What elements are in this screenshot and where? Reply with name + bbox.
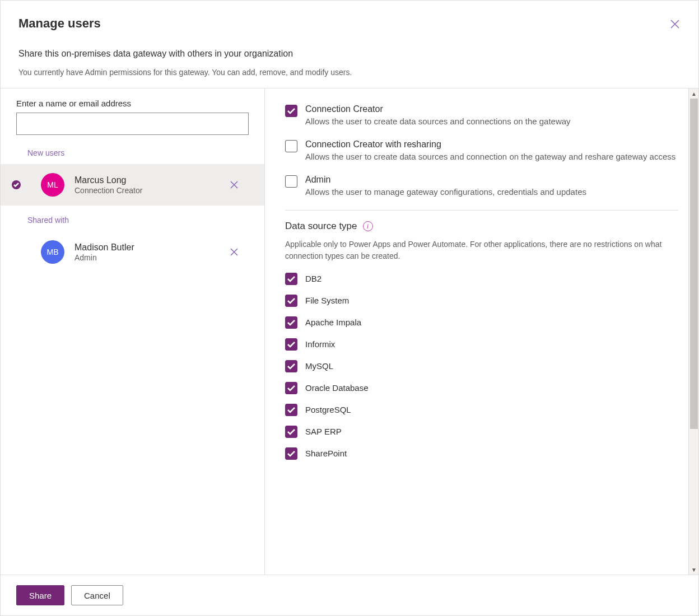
data-source-checkbox[interactable] [285,360,297,372]
selected-check-icon [12,180,21,189]
permission-admin: Admin Allows the user to manage gateway … [285,175,678,198]
permission-title: Connection Creator with resharing [305,139,678,150]
permission-title: Connection Creator [305,104,678,114]
dialog-title: Manage users [18,16,681,31]
user-info: Marcus Long Connection Creator [74,175,226,195]
permissions-pane: Connection Creator Allows the user to cr… [265,88,698,575]
data-source-label: SharePoint [305,449,347,458]
close-button[interactable] [666,15,684,33]
dialog-subnote: You currently have Admin permissions for… [18,68,681,77]
new-users-heading: New users [1,138,264,164]
user-role: Connection Creator [74,186,226,195]
data-source-label: File System [305,296,349,305]
data-source-label: SAP ERP [305,427,342,436]
avatar: MB [41,240,64,264]
info-icon[interactable]: i [363,221,373,231]
close-icon [230,248,239,256]
dialog-header: Manage users Share this on-premises data… [1,1,698,88]
data-source-checkbox[interactable] [285,338,297,351]
permission-connection-creator-resharing: Connection Creator with resharing Allows… [285,139,678,162]
data-source-label: DB2 [305,274,321,283]
close-icon [670,19,680,29]
shared-with-heading: Shared with [1,206,264,231]
scrollbar-thumb[interactable] [690,99,698,429]
divider [285,210,678,211]
user-role: Admin [74,253,226,262]
data-source-checkbox[interactable] [285,295,297,307]
data-source-heading-text: Data source type [285,221,357,232]
data-source-checkbox[interactable] [285,447,297,460]
avatar: ML [41,173,64,197]
users-pane: Enter a name or email address New users … [1,88,265,575]
close-icon [230,180,239,189]
data-source-checkbox[interactable] [285,273,297,285]
permission-text: Connection Creator Allows the user to cr… [305,104,678,127]
name-input-label: Enter a name or email address [16,99,249,108]
cancel-button[interactable]: Cancel [71,585,123,605]
data-source-label: MySQL [305,361,333,371]
permission-text: Connection Creator with resharing Allows… [305,139,678,162]
dialog-subtitle: Share this on-premises data gateway with… [18,49,681,59]
data-source-item: Apache Impala [285,316,678,329]
data-source-checkbox[interactable] [285,316,297,329]
data-source-item: SAP ERP [285,425,678,438]
data-source-label: PostgreSQL [305,405,351,414]
data-source-note: Applicable only to Power Apps and Power … [285,239,678,262]
data-source-item: MySQL [285,360,678,372]
data-source-item: PostgreSQL [285,403,678,416]
data-source-item: DB2 [285,272,678,285]
permission-checkbox[interactable] [285,175,297,188]
permission-connection-creator: Connection Creator Allows the user to cr… [285,104,678,127]
permission-desc: Allows the user to create data sources a… [305,151,678,162]
user-row-marcus-long[interactable]: ML Marcus Long Connection Creator [1,164,264,206]
permission-checkbox[interactable] [285,105,297,117]
manage-users-dialog: Manage users Share this on-premises data… [0,0,699,616]
data-source-checkbox[interactable] [285,426,297,438]
permission-desc: Allows the user to manage gateway config… [305,186,678,198]
user-name: Madison Butler [74,242,226,253]
name-input[interactable] [16,113,249,135]
data-source-item: File System [285,294,678,307]
share-button[interactable]: Share [16,585,64,605]
permission-checkbox[interactable] [285,140,297,152]
data-source-label: Informix [305,339,335,349]
data-source-checkbox[interactable] [285,404,297,416]
user-info: Madison Butler Admin [74,242,226,262]
data-source-item: Informix [285,338,678,351]
dialog-body: Enter a name or email address New users … [1,88,698,575]
name-input-section: Enter a name or email address [1,88,264,138]
user-name: Marcus Long [74,175,226,185]
permission-text: Admin Allows the user to manage gateway … [305,175,678,198]
remove-user-button[interactable] [226,244,242,260]
data-source-label: Apache Impala [305,318,361,327]
data-source-item: Oracle Database [285,381,678,394]
remove-user-button[interactable] [226,177,242,193]
data-source-heading: Data source type i [285,221,678,232]
data-source-label: Oracle Database [305,383,369,393]
permission-title: Admin [305,175,678,185]
data-source-item: SharePoint [285,447,678,460]
dialog-footer: Share Cancel [1,575,698,615]
scroll-down-icon[interactable]: ▼ [689,564,698,575]
user-row-madison-butler[interactable]: MB Madison Butler Admin [1,231,264,273]
scrollbar[interactable]: ▲ ▼ [688,88,698,575]
scroll-up-icon[interactable]: ▲ [689,88,698,99]
permission-desc: Allows the user to create data sources a… [305,115,678,127]
data-source-checkbox[interactable] [285,382,297,394]
